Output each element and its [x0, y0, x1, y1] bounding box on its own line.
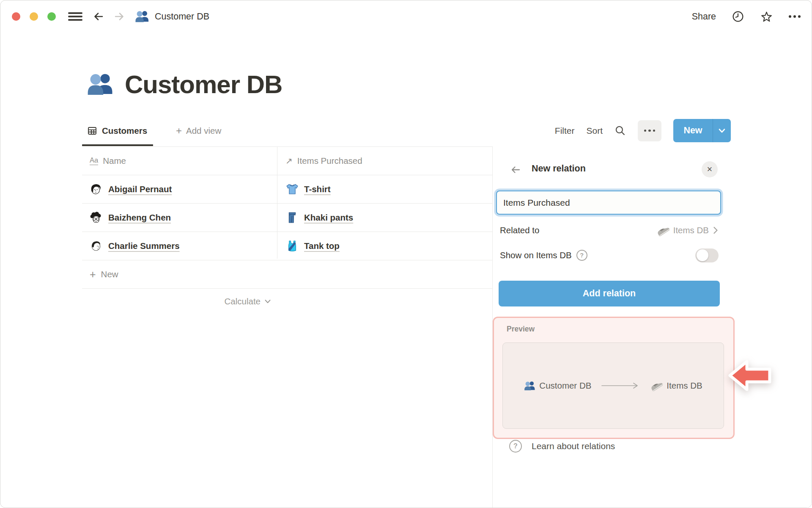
avatar-charlie: [89, 239, 103, 253]
help-icon[interactable]: ?: [576, 250, 587, 261]
people-icon: [524, 380, 535, 392]
chevron-down-icon: [264, 299, 271, 304]
page-title: Customer DB: [87, 64, 282, 105]
relation-item-link[interactable]: Khaki pants: [304, 213, 353, 223]
jeans-icon: [285, 211, 299, 224]
view-controls: Filter Sort New: [555, 115, 731, 146]
avatar-baizheng: [89, 211, 103, 224]
related-to-value[interactable]: Items DB: [656, 225, 719, 236]
add-relation-button[interactable]: Add relation: [499, 281, 720, 306]
add-view-button[interactable]: + Add view: [176, 115, 221, 146]
new-relation-panel: New relation × Related to Items DB Show …: [493, 146, 812, 508]
minimize-window-button[interactable]: [30, 12, 38, 21]
people-icon: [135, 9, 149, 24]
column-divider[interactable]: [277, 146, 277, 259]
topbar-actions: Share: [692, 0, 801, 33]
table-row: Charlie Summers Tank top: [82, 232, 492, 260]
sort-button[interactable]: Sort: [586, 126, 603, 136]
panel-back-icon[interactable]: [509, 163, 522, 176]
long-arrow-icon: [601, 382, 639, 389]
plus-icon: +: [90, 269, 96, 280]
items-cell[interactable]: Khaki pants: [277, 204, 492, 232]
breadcrumb[interactable]: Customer DB: [135, 0, 209, 33]
column-header-name[interactable]: Aa Name: [82, 146, 277, 175]
relation-item-link[interactable]: T-shirt: [304, 184, 331, 194]
relation-preview-card: Customer DB Items DB: [502, 342, 724, 429]
relation-item-link[interactable]: Tank top: [304, 241, 340, 251]
more-options-icon[interactable]: [789, 15, 801, 18]
search-icon[interactable]: [614, 125, 626, 136]
plus-icon: +: [176, 126, 182, 136]
customers-table: Aa Name ↗ Items Purchased Abigail Pernau…: [82, 146, 492, 314]
relation-name-input[interactable]: [496, 190, 721, 215]
items-cell[interactable]: Tank top: [277, 232, 492, 260]
related-to-row[interactable]: Related to Items DB: [496, 220, 721, 240]
table-header-row: Aa Name ↗ Items Purchased: [82, 146, 492, 175]
preview-target: Items DB: [650, 380, 702, 391]
notion-window: Customer DB Share Customer DB: [0, 0, 812, 508]
favorite-star-icon[interactable]: [760, 10, 773, 23]
panel-title: New relation: [532, 163, 586, 174]
annotation-arrow-icon: [728, 358, 772, 393]
learn-about-relations-link[interactable]: ? Learn about relations: [509, 440, 615, 453]
preview-highlight-box: Preview Customer DB Items DB: [493, 317, 735, 439]
preview-label: Preview: [507, 325, 535, 334]
sneaker-icon: [656, 225, 669, 236]
zoom-window-button[interactable]: [47, 12, 56, 21]
new-row-button[interactable]: + New: [82, 260, 492, 289]
close-window-button[interactable]: [12, 12, 20, 21]
record-name-link[interactable]: Charlie Summers: [108, 241, 180, 251]
tab-customers[interactable]: Customers: [82, 115, 153, 146]
title-property-icon: Aa: [90, 156, 98, 165]
tank-top-icon: [285, 239, 299, 253]
show-on-toggle[interactable]: [695, 248, 719, 262]
table-row: Baizheng Chen Khaki pants: [82, 204, 492, 232]
title-bar: Customer DB Share: [0, 0, 812, 33]
back-arrow-icon[interactable]: [92, 10, 105, 23]
items-cell[interactable]: T-shirt: [277, 175, 492, 203]
tab-customers-label: Customers: [102, 126, 147, 136]
name-cell[interactable]: Baizheng Chen: [82, 204, 277, 232]
relation-property-icon: ↗: [285, 156, 293, 166]
view-bar: Customers + Add view Filter Sort New: [82, 115, 731, 147]
share-button[interactable]: Share: [692, 11, 716, 22]
table-row: Abigail Pernaut T-shirt: [82, 175, 492, 204]
t-shirt-icon: [285, 182, 299, 196]
chevron-right-icon: [713, 226, 719, 235]
preview-source: Customer DB: [524, 380, 591, 392]
record-name-link[interactable]: Baizheng Chen: [108, 213, 171, 223]
view-more-options-icon[interactable]: [638, 120, 661, 141]
table-view-icon: [87, 126, 97, 136]
show-on-row: Show on Items DB ?: [496, 245, 721, 265]
new-record-button[interactable]: New: [673, 119, 731, 142]
updates-clock-icon[interactable]: [732, 10, 744, 23]
name-cell[interactable]: Charlie Summers: [82, 232, 277, 260]
toggle-knob: [697, 249, 708, 261]
filter-button[interactable]: Filter: [555, 126, 575, 136]
question-icon: ?: [509, 440, 522, 453]
breadcrumb-title: Customer DB: [155, 11, 209, 22]
page-title-text: Customer DB: [125, 70, 282, 99]
people-icon: [87, 71, 114, 98]
sneaker-icon: [650, 380, 663, 391]
sidebar-menu-icon[interactable]: [68, 12, 82, 21]
close-icon[interactable]: ×: [702, 161, 718, 177]
forward-arrow-icon[interactable]: [112, 10, 126, 23]
name-cell[interactable]: Abigail Pernaut: [82, 175, 277, 203]
chevron-down-icon[interactable]: [713, 119, 731, 142]
window-controls: [12, 12, 56, 21]
record-name-link[interactable]: Abigail Pernaut: [108, 184, 172, 194]
column-header-items-purchased[interactable]: ↗ Items Purchased: [277, 146, 492, 175]
calculate-button[interactable]: Calculate: [82, 289, 277, 314]
new-record-label[interactable]: New: [673, 119, 713, 142]
avatar-abigail: [89, 182, 103, 196]
